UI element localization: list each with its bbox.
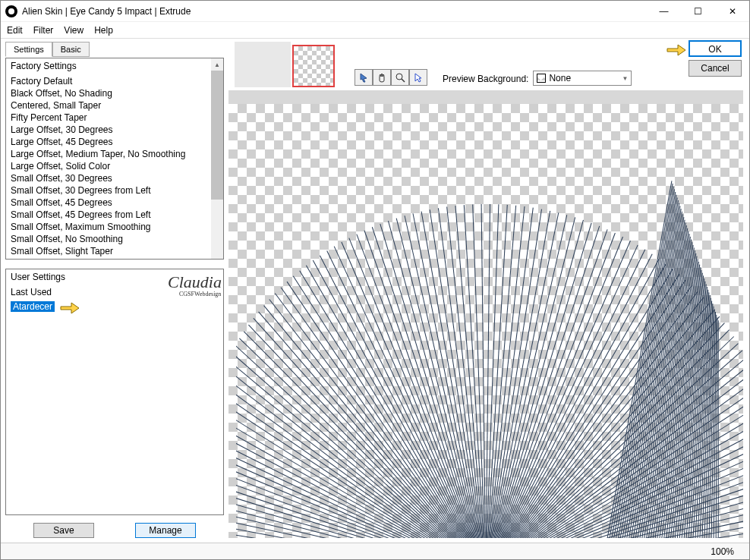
toolbar-grip: [235, 42, 291, 87]
pointer-hand-icon: [59, 299, 80, 314]
list-item[interactable]: Black Offset, No Shading: [6, 87, 223, 99]
window-title: Alien Skin | Eye Candy 5 Impact | Extrud…: [22, 6, 647, 17]
user-settings-list[interactable]: Last Used Atardecer: [6, 285, 223, 316]
svg-line-85: [486, 204, 490, 538]
tab-settings[interactable]: Settings: [5, 42, 52, 57]
app-icon: [5, 5, 17, 17]
right-panel: Preview Background: None ▼ OK Cancel: [228, 39, 749, 543]
svg-line-1: [402, 79, 405, 82]
svg-line-113: [486, 297, 704, 538]
titlebar: Alien Skin | Eye Candy 5 Impact | Extrud…: [1, 1, 749, 22]
ok-button[interactable]: OK: [689, 40, 742, 57]
user-settings-header: User Settings: [6, 269, 223, 285]
list-item[interactable]: Small Offset, Maximum Smoothing: [6, 221, 223, 233]
list-item[interactable]: Small Offset, No Smoothing: [6, 233, 223, 245]
scrollbar-thumb[interactable]: [211, 71, 223, 200]
list-item[interactable]: Small Offset, 45 Degrees: [6, 197, 223, 209]
svg-line-33: [236, 464, 486, 538]
statusbar: 100%: [1, 543, 749, 559]
menu-filter[interactable]: Filter: [33, 25, 54, 36]
svg-line-84: [481, 204, 486, 538]
tabs: Settings Basic: [5, 42, 224, 57]
svg-line-92: [486, 211, 550, 538]
left-panel: Settings Basic Factory Settings Factory …: [1, 39, 228, 543]
list-item[interactable]: Small Offset, 30 Degrees: [6, 172, 223, 184]
factory-settings-box: Factory Settings Factory Default Black O…: [5, 58, 224, 260]
list-item[interactable]: Small Offset, Slight Taper: [6, 245, 223, 257]
chevron-down-icon: ▼: [622, 75, 628, 82]
preview-bg-select[interactable]: None ▼: [533, 71, 632, 86]
list-item[interactable]: Large Offset, 30 Degrees: [6, 124, 223, 136]
tool-hand-icon[interactable]: [373, 69, 391, 86]
factory-settings-header: Factory Settings: [6, 58, 223, 74]
minimize-button[interactable]: —: [647, 1, 681, 22]
svg-line-59: [287, 282, 486, 538]
tab-basic[interactable]: Basic: [52, 42, 90, 57]
svg-line-70: [364, 231, 486, 538]
list-item[interactable]: Large Offset, Solid Color: [6, 160, 223, 172]
list-item[interactable]: Centered, Small Taper: [6, 99, 223, 112]
close-button[interactable]: ✕: [715, 1, 749, 22]
scroll-up-icon[interactable]: ▲: [211, 58, 223, 71]
factory-settings-list[interactable]: Factory Default Black Offset, No Shading…: [6, 74, 223, 259]
svg-line-77: [421, 212, 486, 538]
save-button[interactable]: Save: [33, 523, 94, 538]
svg-line-99: [486, 229, 607, 538]
user-settings-box: User Settings Last Used Atardecer: [5, 269, 224, 515]
pointer-hand-icon: [666, 41, 687, 56]
maximize-button[interactable]: ☐: [681, 1, 715, 22]
tool-icons: [355, 69, 427, 86]
preview-canvas[interactable]: [228, 104, 743, 538]
scrollbar[interactable]: ▲: [211, 58, 223, 259]
action-buttons: OK Cancel: [689, 40, 742, 77]
panel-buttons: Save Manage: [5, 523, 224, 538]
list-item[interactable]: Large Offset, Medium Taper, No Smoothing: [6, 148, 223, 160]
zoom-level: 100%: [711, 546, 734, 557]
menu-edit[interactable]: Edit: [7, 25, 23, 36]
manage-button[interactable]: Manage: [135, 523, 196, 538]
svg-line-56: [269, 299, 486, 538]
list-item[interactable]: Fifty Percent Taper: [6, 112, 223, 124]
list-item-selected[interactable]: Atardecer: [11, 301, 55, 312]
svg-point-0: [396, 74, 402, 80]
list-item[interactable]: Small Offset, 45 Degrees from Left: [6, 209, 223, 221]
thumbnail[interactable]: [292, 45, 335, 87]
menu-help[interactable]: Help: [94, 25, 113, 36]
svg-line-49: [236, 345, 486, 538]
window-controls: — ☐ ✕: [647, 1, 749, 22]
tool-arrow-icon[interactable]: [409, 69, 427, 86]
list-item[interactable]: Factory Default: [6, 75, 223, 87]
tool-pointer-icon[interactable]: [355, 69, 373, 86]
menubar: Edit Filter View Help: [1, 22, 749, 39]
preview-bg-label: Preview Background:: [443, 74, 528, 84]
list-item[interactable]: Large Offset, 45 Degrees: [6, 136, 223, 148]
list-item[interactable]: Small Offset, 30 Degrees from Left: [6, 184, 223, 197]
cancel-button[interactable]: Cancel: [689, 60, 742, 77]
svg-line-191: [690, 287, 707, 538]
main-content: Settings Basic Factory Settings Factory …: [1, 39, 749, 543]
preview-area: [228, 90, 743, 538]
list-item-last-used[interactable]: Last Used: [6, 286, 223, 298]
tool-zoom-icon[interactable]: [391, 69, 409, 86]
swatch-icon: [537, 74, 546, 83]
preview-bg-value: None: [549, 73, 571, 83]
menu-view[interactable]: View: [64, 25, 84, 36]
extrude-graphic: [236, 134, 743, 538]
